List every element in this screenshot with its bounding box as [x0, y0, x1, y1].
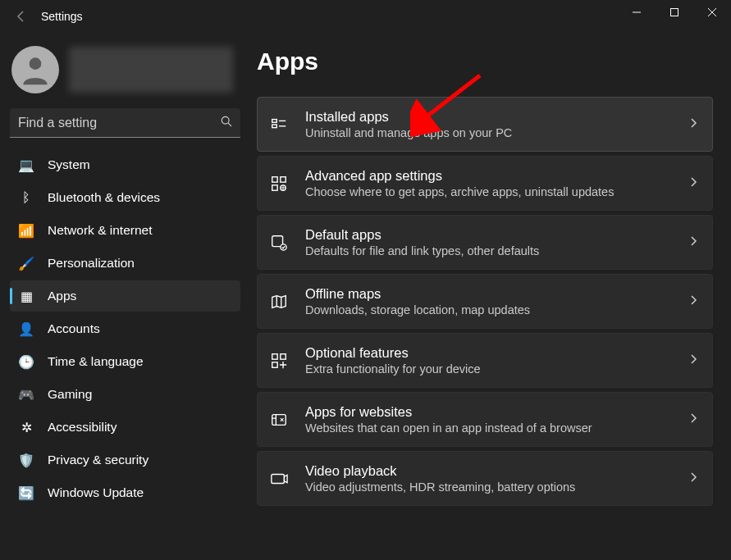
nav-item-accounts[interactable]: 👤Accounts — [10, 313, 240, 344]
card-desc: Websites that can open in an app instead… — [305, 421, 674, 435]
card-icon — [269, 233, 289, 253]
search-icon[interactable] — [221, 116, 232, 130]
card-offline-maps[interactable]: Offline mapsDownloads, storage location,… — [257, 274, 713, 329]
chevron-right-icon — [691, 472, 697, 485]
close-button[interactable] — [693, 0, 731, 25]
card-title: Installed apps — [305, 109, 674, 125]
search-input[interactable] — [18, 116, 221, 130]
svg-rect-18 — [281, 353, 286, 358]
nav-label: Accessibility — [48, 420, 117, 435]
main-content: Apps Installed appsUninstall and manage … — [250, 33, 731, 560]
card-icon — [269, 292, 289, 312]
chevron-right-icon — [691, 236, 697, 248]
card-default-apps[interactable]: Default appsDefaults for file and link t… — [257, 215, 713, 270]
svg-rect-11 — [272, 176, 277, 181]
card-video-playback[interactable]: Video playbackVideo adjustments, HDR str… — [257, 451, 713, 506]
nav-icon: 🎮 — [18, 386, 34, 403]
svg-rect-13 — [272, 184, 277, 189]
card-title: Offline maps — [305, 286, 674, 302]
card-icon — [269, 410, 289, 430]
svg-rect-20 — [272, 414, 286, 425]
chevron-right-icon — [691, 354, 697, 367]
window-title: Settings — [41, 10, 83, 23]
nav-icon: 📶 — [18, 222, 34, 239]
nav-item-windows-update[interactable]: 🔄Windows Update — [10, 477, 240, 508]
nav-icon: 🖌️ — [18, 255, 34, 271]
nav-label: Gaming — [48, 387, 92, 402]
card-title: Video playback — [305, 463, 674, 479]
minimize-button[interactable] — [618, 0, 656, 25]
chevron-right-icon — [691, 118, 697, 130]
card-title: Optional features — [305, 345, 674, 361]
nav-icon: 🕒 — [18, 353, 34, 370]
nav-label: System — [48, 157, 90, 172]
svg-line-6 — [228, 123, 231, 126]
nav-item-accessibility[interactable]: ✲Accessibility — [10, 412, 240, 443]
chevron-right-icon — [691, 295, 697, 307]
card-desc: Video adjustments, HDR streaming, batter… — [305, 480, 674, 494]
nav-label: Apps — [48, 289, 76, 303]
sidebar: 💻SystemᛒBluetooth & devices📶Network & in… — [0, 33, 250, 560]
nav-item-bluetooth-devices[interactable]: ᛒBluetooth & devices — [10, 182, 240, 213]
card-advanced-app-settings[interactable]: Advanced app settingsChoose where to get… — [257, 156, 713, 211]
nav-item-personalization[interactable]: 🖌️Personalization — [10, 248, 240, 279]
search-box[interactable] — [10, 108, 240, 138]
titlebar: Settings — [0, 0, 731, 33]
nav-item-gaming[interactable]: 🎮Gaming — [10, 379, 240, 410]
nav-label: Privacy & security — [48, 453, 148, 467]
svg-rect-7 — [272, 119, 277, 122]
nav-label: Network & internet — [48, 223, 153, 238]
nav-icon: ✲ — [18, 419, 34, 435]
svg-rect-17 — [272, 353, 277, 358]
card-text: Installed appsUninstall and manage apps … — [305, 109, 674, 139]
card-text: Advanced app settingsChoose where to get… — [305, 168, 674, 198]
avatar — [11, 46, 59, 93]
card-text: Default appsDefaults for file and link t… — [305, 227, 674, 257]
card-apps-for-websites[interactable]: Apps for websitesWebsites that can open … — [257, 392, 713, 447]
profile-name-redacted — [69, 47, 233, 93]
nav-item-apps[interactable]: ▦Apps — [10, 280, 240, 312]
card-title: Advanced app settings — [305, 168, 674, 184]
card-desc: Downloads, storage location, map updates — [305, 303, 674, 316]
nav-icon: ▦ — [18, 288, 34, 304]
nav-icon: ᛒ — [18, 189, 34, 206]
svg-point-4 — [30, 57, 42, 70]
nav-item-time-language[interactable]: 🕒Time & language — [10, 346, 240, 377]
nav-icon: 💻 — [18, 157, 34, 173]
nav-label: Bluetooth & devices — [48, 190, 160, 205]
nav-label: Personalization — [48, 256, 135, 271]
svg-rect-21 — [272, 474, 285, 483]
page-title: Apps — [257, 48, 713, 75]
card-optional-features[interactable]: Optional featuresExtra functionality for… — [257, 333, 713, 388]
card-icon — [269, 351, 289, 371]
back-button[interactable] — [10, 5, 33, 28]
nav-icon: 🛡️ — [18, 452, 34, 468]
card-desc: Choose where to get apps, archive apps, … — [305, 185, 674, 198]
card-text: Video playbackVideo adjustments, HDR str… — [305, 463, 674, 494]
svg-rect-19 — [272, 362, 277, 367]
card-title: Default apps — [305, 227, 674, 243]
svg-rect-12 — [281, 176, 286, 181]
nav-label: Time & language — [48, 354, 144, 369]
nav-icon: 🔄 — [18, 485, 34, 501]
card-icon — [269, 469, 289, 489]
card-icon — [269, 174, 289, 193]
chevron-right-icon — [691, 177, 697, 189]
maximize-button[interactable] — [656, 0, 693, 25]
card-text: Offline mapsDownloads, storage location,… — [305, 286, 674, 316]
card-desc: Uninstall and manage apps on your PC — [305, 126, 674, 139]
card-text: Apps for websitesWebsites that can open … — [305, 404, 674, 435]
nav-item-privacy-security[interactable]: 🛡️Privacy & security — [10, 444, 240, 476]
card-installed-apps[interactable]: Installed appsUninstall and manage apps … — [257, 97, 713, 152]
window-controls — [618, 0, 731, 25]
card-title: Apps for websites — [305, 404, 674, 420]
nav-item-network-internet[interactable]: 📶Network & internet — [10, 215, 240, 246]
nav-icon: 👤 — [18, 321, 34, 337]
card-desc: Defaults for file and link types, other … — [305, 244, 674, 257]
nav-item-system[interactable]: 💻System — [10, 149, 240, 180]
nav-label: Accounts — [48, 321, 100, 336]
nav-label: Windows Update — [48, 485, 144, 500]
profile-section[interactable] — [10, 39, 240, 108]
settings-cards: Installed appsUninstall and manage apps … — [257, 97, 713, 507]
card-icon — [269, 115, 289, 134]
